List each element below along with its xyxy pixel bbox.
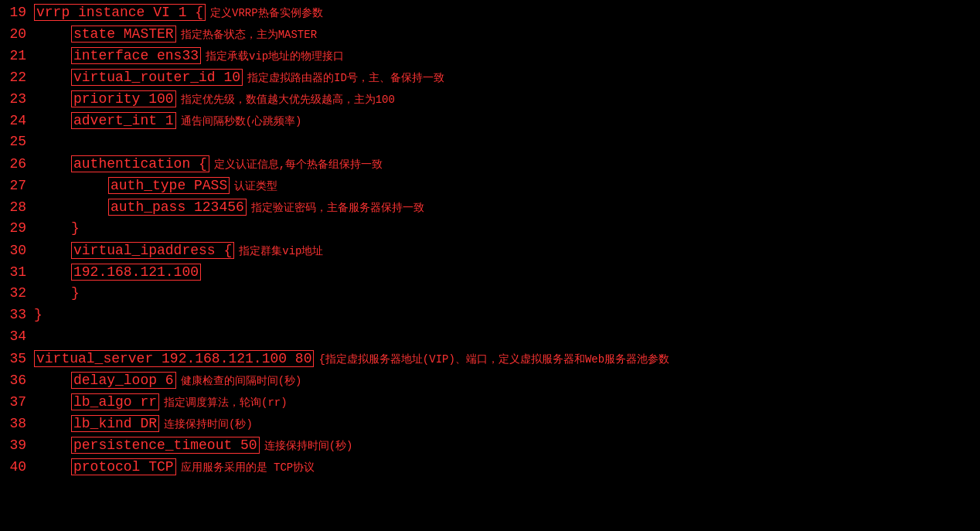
code-boxed: priority 100	[71, 90, 176, 107]
code-boxed: auth_pass 123456	[108, 199, 247, 216]
code-boxed: delay_loop 6	[71, 372, 176, 389]
code-line: 25	[0, 133, 980, 155]
line-number: 34	[0, 328, 34, 344]
line-content: }	[34, 285, 980, 301]
line-number: 30	[0, 243, 34, 258]
code-line: 38lb_kind DR连接保持时间(秒)	[0, 414, 980, 436]
code-line: 32}	[0, 284, 980, 306]
code-boxed: virtual_ipaddress {	[71, 242, 234, 259]
code-boxed: protocol TCP	[71, 458, 176, 475]
line-content: advert_int 1通告间隔秒数(心跳频率)	[34, 112, 980, 129]
line-number: 24	[0, 113, 34, 128]
code-line: 19vrrp instance VI 1 {定义VRRP热备实例参数	[0, 3, 980, 25]
code-line: 35virtual_server 192.168.121.100 80{指定虚拟…	[0, 349, 980, 371]
line-number: 21	[0, 48, 34, 63]
code-boxed: lb_kind DR	[71, 415, 159, 432]
code-plain: }	[71, 220, 80, 236]
line-content: delay_loop 6健康检查的间隔时间(秒)	[34, 372, 980, 389]
line-number: 32	[0, 285, 34, 301]
code-line: 31192.168.121.100	[0, 263, 980, 284]
code-boxed: authentication {	[71, 155, 209, 172]
code-comment: 指定虚拟路由器的ID号，主、备保持一致	[247, 71, 444, 85]
code-comment: 指定调度算法，轮询(rr)	[164, 396, 288, 410]
line-content: protocol TCP应用服务采用的是 TCP协议	[34, 458, 980, 475]
code-comment: 健康检查的间隔时间(秒)	[181, 374, 302, 388]
code-line: 26authentication {定义认证信息,每个热备组保持一致	[0, 155, 980, 176]
code-comment: 指定承载vip地址的物理接口	[206, 49, 344, 63]
code-boxed: virtual_server 192.168.121.100 80	[34, 350, 314, 367]
line-number: 20	[0, 26, 34, 42]
code-line: 40protocol TCP应用服务采用的是 TCP协议	[0, 458, 980, 479]
code-line: 23priority 100指定优先级，数值越大优先级越高，主为100	[0, 90, 980, 111]
code-comment: 定义认证信息,每个热备组保持一致	[214, 158, 383, 172]
code-comment: 通告间隔秒数(心跳频率)	[181, 114, 302, 128]
line-content: auth_type PASS认证类型	[34, 177, 980, 194]
code-line: 28auth_pass 123456指定验证密码，主备服务器保持一致	[0, 198, 980, 220]
line-content: }	[34, 220, 980, 236]
line-number: 23	[0, 91, 34, 107]
line-number: 28	[0, 199, 34, 215]
code-comment: 应用服务采用的是 TCP协议	[181, 461, 315, 475]
line-number: 40	[0, 459, 34, 475]
line-content: state MASTER指定热备状态，主为MASTER	[34, 26, 980, 43]
code-boxed: auth_type PASS	[108, 177, 230, 194]
code-comment: {指定虚拟服务器地址(VIP)、端口，定义虚拟服务器和Web服务器池参数	[318, 352, 669, 366]
line-number: 25	[0, 134, 34, 149]
code-line: 37lb_algo rr指定调度算法，轮询(rr)	[0, 393, 980, 414]
line-content: persistence_timeout 50连接保持时间(秒)	[34, 437, 980, 454]
line-number: 31	[0, 264, 34, 280]
code-line: 24advert_int 1通告间隔秒数(心跳频率)	[0, 111, 980, 133]
line-number: 27	[0, 178, 34, 193]
line-content: auth_pass 123456指定验证密码，主备服务器保持一致	[34, 199, 980, 216]
line-number: 35	[0, 351, 34, 366]
line-number: 29	[0, 220, 34, 236]
code-comment: 指定群集vip地址	[239, 244, 323, 258]
line-content: authentication {定义认证信息,每个热备组保持一致	[34, 155, 980, 172]
line-content: priority 100指定优先级，数值越大优先级越高，主为100	[34, 90, 980, 107]
code-line: 29}	[0, 220, 980, 241]
line-content: lb_kind DR连接保持时间(秒)	[34, 415, 980, 432]
line-number: 38	[0, 416, 34, 431]
code-boxed: state MASTER	[71, 26, 176, 43]
line-number: 26	[0, 156, 34, 172]
code-boxed: persistence_timeout 50	[71, 437, 260, 454]
code-boxed: lb_algo rr	[71, 393, 159, 410]
code-line: 33}	[0, 306, 980, 328]
line-number: 36	[0, 373, 34, 388]
code-line: 30virtual_ipaddress {指定群集vip地址	[0, 241, 980, 263]
code-line: 22virtual_router_id 10指定虚拟路由器的ID号，主、备保持一…	[0, 68, 980, 90]
code-boxed: advert_int 1	[71, 112, 176, 129]
code-plain: }	[34, 307, 43, 322]
code-comment: 连接保持时间(秒)	[264, 439, 353, 453]
code-plain: }	[71, 285, 80, 301]
line-content: 192.168.121.100	[34, 264, 980, 281]
code-viewer: 19vrrp instance VI 1 {定义VRRP热备实例参数20stat…	[0, 0, 980, 531]
code-boxed: 192.168.121.100	[71, 264, 201, 281]
code-comment: 定义VRRP热备实例参数	[210, 6, 323, 20]
code-line: 36delay_loop 6健康检查的间隔时间(秒)	[0, 371, 980, 393]
line-number: 39	[0, 437, 34, 453]
line-number: 37	[0, 394, 34, 410]
code-line: 39persistence_timeout 50连接保持时间(秒)	[0, 436, 980, 458]
line-content: virtual_router_id 10指定虚拟路由器的ID号，主、备保持一致	[34, 69, 980, 86]
code-boxed: virtual_router_id 10	[71, 69, 243, 86]
code-comment: 连接保持时间(秒)	[164, 417, 253, 431]
code-comment: 认证类型	[234, 179, 277, 193]
code-boxed: vrrp instance VI 1 {	[34, 4, 206, 21]
code-comment: 指定验证密码，主备服务器保持一致	[251, 201, 424, 215]
line-content: virtual_ipaddress {指定群集vip地址	[34, 242, 980, 259]
code-line: 34	[0, 328, 980, 349]
code-line: 27auth_type PASS认证类型	[0, 176, 980, 198]
code-comment: 指定优先级，数值越大优先级越高，主为100	[181, 93, 395, 107]
line-content: }	[34, 307, 980, 322]
line-content: virtual_server 192.168.121.100 80{指定虚拟服务…	[34, 350, 980, 367]
code-boxed: interface ens33	[71, 47, 201, 64]
line-content: vrrp instance VI 1 {定义VRRP热备实例参数	[34, 4, 980, 21]
line-content: interface ens33指定承载vip地址的物理接口	[34, 47, 980, 64]
line-number: 22	[0, 70, 34, 85]
code-comment: 指定热备状态，主为MASTER	[181, 28, 317, 42]
line-number: 19	[0, 5, 34, 20]
code-line: 21interface ens33指定承载vip地址的物理接口	[0, 46, 980, 68]
line-number: 33	[0, 307, 34, 322]
code-line: 20state MASTER指定热备状态，主为MASTER	[0, 25, 980, 46]
